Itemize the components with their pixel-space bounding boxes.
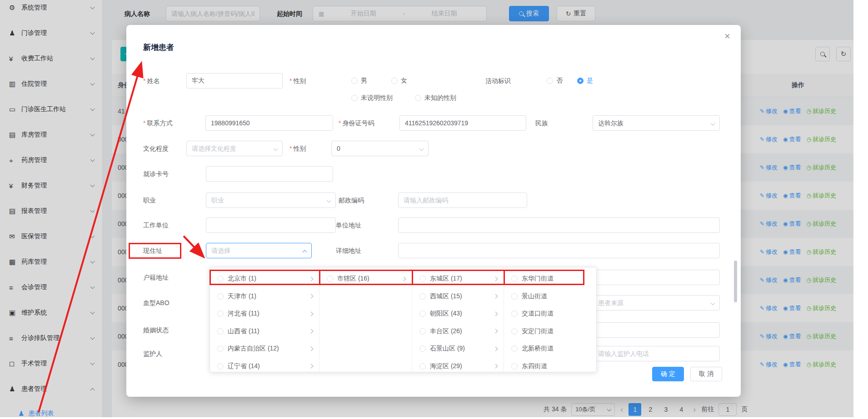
cascade-option[interactable]: 北新桥街道 — [504, 340, 597, 358]
ethnicity-select[interactable]: 达斡尔族 — [593, 115, 720, 131]
occupation-select[interactable]: 职业 — [206, 192, 336, 208]
radio-active-no[interactable]: 否 — [547, 73, 563, 89]
confirm-button[interactable]: 确 定 — [652, 367, 684, 381]
radio-icon[interactable] — [419, 363, 426, 370]
radio-icon — [415, 95, 421, 101]
radio-icon[interactable] — [419, 276, 426, 282]
cascade-option-label: 辽宁省 (14) — [228, 362, 305, 370]
radio-icon[interactable] — [511, 328, 518, 335]
radio-gender-unspecified[interactable]: 未说明性别 — [351, 90, 393, 106]
cascade-option[interactable]: 市辖区 (16) — [319, 270, 412, 288]
radio-active-yes[interactable]: 是 — [577, 73, 593, 89]
radio-icon[interactable] — [419, 311, 426, 317]
chevron-right-icon — [494, 364, 498, 369]
unit-address-input[interactable] — [398, 217, 720, 233]
patient-source-select[interactable]: 患者来源 — [593, 295, 720, 311]
field-label-household-address: 户籍地址 — [143, 270, 169, 285]
cascade-option[interactable]: 北京市 (1) — [210, 270, 319, 288]
id-number-input[interactable] — [399, 115, 526, 131]
cascade-option[interactable]: 景山街道 — [504, 288, 597, 306]
education-select[interactable]: 请选择文化程度 — [186, 141, 283, 156]
radio-icon[interactable] — [327, 276, 333, 282]
detail-address-input[interactable] — [398, 243, 720, 258]
radio-icon[interactable] — [511, 363, 518, 370]
cascade-option[interactable]: 丰台区 (26) — [412, 323, 504, 340]
cascade-option[interactable]: 山西省 (11) — [210, 323, 319, 340]
visit-card-input[interactable] — [206, 166, 333, 182]
modal-scrollbar-thumb[interactable] — [734, 261, 737, 302]
field-label-contact: *联系方式 — [143, 115, 172, 131]
radio-icon[interactable] — [217, 345, 224, 352]
cascade-option-label: 东四街道 — [522, 362, 592, 370]
cascade-option[interactable]: 海淀区 (29) — [412, 358, 504, 372]
cascade-option-label: 天津市 (1) — [228, 292, 305, 301]
cascade-option-label: 石景山区 (9) — [430, 345, 490, 353]
chevron-right-icon — [309, 329, 314, 334]
cascade-option[interactable]: 东城区 (17) — [412, 270, 504, 288]
radio-icon — [351, 78, 358, 84]
cascade-option-label: 西城区 (15) — [430, 292, 490, 301]
chevron-right-icon — [309, 311, 314, 316]
cascade-option[interactable]: 东四街道 — [504, 358, 597, 372]
cascade-option[interactable]: 内蒙古自治区 (12) — [210, 340, 319, 358]
cascade-option[interactable]: 东华门街道 — [504, 270, 597, 288]
field-label-postal-code: 邮政编码 — [339, 192, 364, 208]
field-label-guardian: 监护人 — [143, 346, 162, 361]
field-label-education: 文化程度 — [143, 141, 169, 156]
radio-gender-unknown[interactable]: 未知的性别 — [415, 90, 456, 106]
required-star: * — [289, 145, 292, 152]
cascade-option[interactable]: 辽宁省 (14) — [210, 358, 319, 372]
chevron-right-icon — [309, 346, 314, 351]
radio-icon[interactable] — [511, 276, 518, 282]
radio-icon[interactable] — [217, 276, 224, 282]
chevron-down-icon — [419, 147, 424, 151]
cascade-option-label: 河北省 (11) — [228, 310, 305, 318]
chevron-up-icon — [303, 250, 307, 255]
radio-icon[interactable] — [511, 293, 518, 300]
radio-gender-male[interactable]: 男 — [351, 73, 367, 89]
close-icon[interactable]: × — [724, 31, 730, 41]
gender-code-select[interactable]: 0 — [331, 141, 429, 156]
cascade-option[interactable]: 河北省 (11) — [210, 305, 319, 323]
field-label-gender-code: *性别 — [289, 141, 306, 156]
field-label-occupation: 职业 — [143, 192, 156, 208]
guardian-phone-input[interactable] — [593, 346, 720, 361]
field-label-marital-status: 婚姻状态 — [143, 322, 169, 338]
cascade-column-1: 北京市 (1)天津市 (1)河北省 (11)山西省 (11)内蒙古自治区 (12… — [210, 267, 319, 372]
contact-input[interactable] — [205, 115, 333, 131]
cascade-option-label: 海淀区 (29) — [430, 362, 490, 370]
current-address-cascader[interactable]: 请选择 — [206, 243, 312, 258]
field-label-id-number: *身份证号码 — [339, 115, 374, 131]
radio-icon[interactable] — [511, 311, 518, 317]
radio-icon[interactable] — [217, 363, 224, 370]
cascade-option[interactable]: 石景山区 (9) — [412, 340, 504, 358]
cascade-option[interactable]: 天津市 (1) — [210, 288, 319, 306]
work-unit-input[interactable] — [206, 217, 336, 233]
cascade-option[interactable]: 交道口街道 — [504, 305, 597, 323]
cascade-option[interactable]: 西城区 (15) — [412, 288, 504, 306]
radio-icon[interactable] — [419, 328, 426, 335]
field-label-active-flag: 活动标识 — [485, 73, 511, 89]
radio-gender-female[interactable]: 女 — [391, 73, 407, 89]
radio-icon — [351, 95, 358, 101]
field-label-blood-type: 血型ABO — [143, 295, 170, 311]
radio-icon[interactable] — [419, 345, 426, 352]
field-label-gender: *性别 — [289, 73, 306, 89]
cancel-button[interactable]: 取 消 — [690, 367, 722, 381]
postal-code-input[interactable] — [398, 192, 527, 208]
cascade-column-2: 市辖区 (16) — [319, 267, 412, 372]
cascade-option-label: 山西省 (11) — [228, 327, 305, 335]
radio-icon[interactable] — [217, 293, 224, 300]
chevron-down-icon — [327, 198, 331, 203]
radio-icon[interactable] — [419, 293, 426, 300]
radio-icon[interactable] — [217, 328, 224, 335]
name-input[interactable] — [186, 73, 283, 89]
radio-icon[interactable] — [217, 311, 224, 317]
field-label-visit-card: 就诊卡号 — [143, 166, 169, 182]
chevron-down-icon — [711, 121, 715, 126]
chevron-down-icon — [711, 301, 715, 306]
radio-icon[interactable] — [511, 345, 518, 352]
field-label-name: *姓名 — [143, 73, 160, 89]
cascade-option[interactable]: 安定门街道 — [504, 323, 597, 340]
cascade-option[interactable]: 朝阳区 (43) — [412, 305, 504, 323]
